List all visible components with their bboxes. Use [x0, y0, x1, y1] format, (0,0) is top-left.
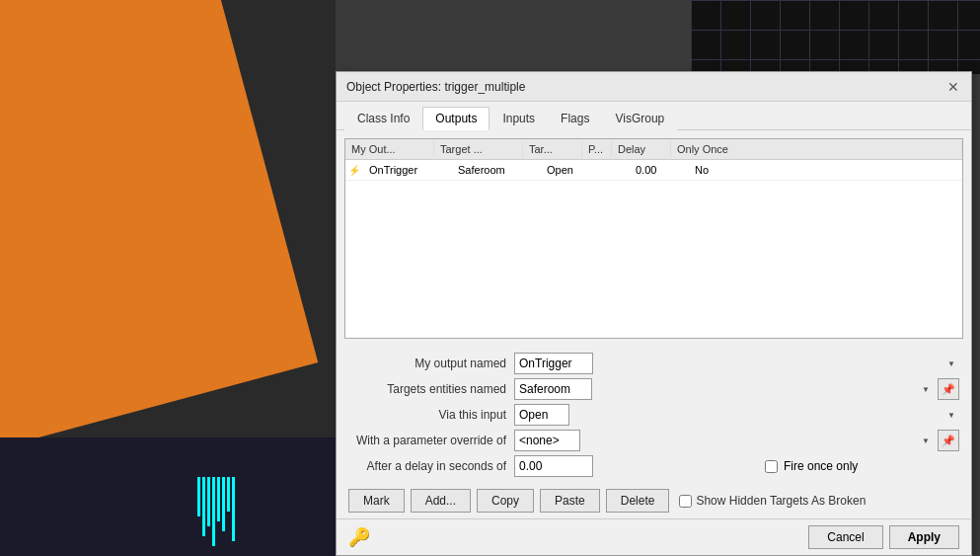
cell-tar: Open	[541, 162, 600, 178]
col-header-myout: My Out...	[345, 141, 434, 157]
select-wrapper-targets: Saferoom	[514, 378, 934, 400]
label-myoutputnamed: My output named	[348, 357, 506, 370]
viewport-bg	[0, 0, 336, 556]
control-paramoverride: <none> 📌	[514, 430, 959, 451]
form-row-myoutput: My output named OnTrigger	[348, 353, 959, 374]
cyan-bar	[207, 477, 210, 526]
label-afterdelay: After a delay in seconds of	[348, 459, 506, 473]
checkbox-showhidden[interactable]	[679, 495, 692, 508]
col-header-once: Only Once	[671, 141, 962, 157]
select-wrapper-paramoverride: <none>	[514, 430, 934, 451]
tab-flags[interactable]: Flags	[548, 107, 602, 130]
label-fireonce: Fire once only	[784, 459, 858, 473]
select-wrapper-viainput: Open	[514, 404, 959, 426]
cell-once: No	[689, 162, 962, 178]
dialog-title: Object Properties: trigger_multiple	[346, 80, 525, 94]
cell-p	[600, 168, 630, 172]
cyan-bar	[212, 477, 215, 546]
select-myoutputnamed[interactable]: OnTrigger	[514, 353, 593, 374]
action-buttons: Mark Add... Copy Paste Delete Show Hidde…	[337, 483, 971, 518]
fire-once-container: Fire once only	[765, 459, 858, 473]
viewport-orange	[0, 0, 318, 452]
label-targetsentities: Targets entities named	[348, 382, 506, 396]
control-targetsentities: Saferoom 📌	[514, 378, 959, 400]
add-button[interactable]: Add...	[411, 489, 471, 513]
viewport-bottom	[0, 437, 336, 556]
object-properties-dialog: Object Properties: trigger_multiple ✕ Cl…	[336, 71, 972, 556]
table-header: My Out... Target ... Tar... P... Delay O…	[345, 139, 962, 160]
outputs-table: My Out... Target ... Tar... P... Delay O…	[344, 138, 963, 339]
control-viainput: Open	[514, 404, 959, 426]
tab-visgroup[interactable]: VisGroup	[602, 107, 677, 130]
cyan-bar	[217, 477, 220, 521]
row-icon: ⚡	[345, 165, 363, 176]
pin-button-targets[interactable]: 📌	[938, 378, 959, 400]
cell-myout: OnTrigger	[363, 162, 452, 178]
key-icon: 🔑	[348, 526, 370, 548]
grid-overlay	[691, 0, 980, 74]
apply-button[interactable]: Apply	[889, 525, 959, 549]
checkbox-fireonce[interactable]	[765, 460, 778, 473]
cyan-bar	[227, 477, 230, 512]
cancel-button[interactable]: Cancel	[808, 525, 882, 549]
cyan-bar	[197, 477, 200, 516]
form-row-targets: Targets entities named Saferoom 📌	[348, 378, 959, 400]
select-wrapper-myoutput: OnTrigger	[514, 353, 959, 374]
dialog-footer: 🔑 Cancel Apply	[337, 518, 971, 555]
form-row-delay: After a delay in seconds of Fire once on…	[348, 455, 959, 477]
cyan-bar	[232, 477, 235, 541]
table-row[interactable]: ⚡ OnTrigger Saferoom Open 0.00 No	[345, 160, 962, 181]
control-myoutputnamed: OnTrigger	[514, 353, 959, 374]
show-hidden-label: Show Hidden Targets As Broken	[679, 494, 866, 508]
cyan-bars	[197, 477, 235, 546]
pin-button-param[interactable]: 📌	[938, 430, 959, 451]
input-delay[interactable]	[514, 455, 593, 477]
dialog-titlebar: Object Properties: trigger_multiple ✕	[337, 72, 971, 102]
dialog-close-button[interactable]: ✕	[945, 80, 961, 94]
col-header-tar: Tar...	[523, 141, 582, 157]
tabs-bar: Class Info Outputs Inputs Flags VisGroup	[337, 102, 971, 130]
show-hidden-text: Show Hidden Targets As Broken	[696, 494, 866, 508]
paste-button[interactable]: Paste	[540, 489, 600, 513]
tab-inputs[interactable]: Inputs	[490, 107, 548, 130]
cyan-bar	[222, 477, 225, 531]
label-viainput: Via this input	[348, 408, 506, 422]
form-row-viainput: Via this input Open	[348, 404, 959, 426]
cell-target: Saferoom	[452, 162, 541, 178]
delete-button[interactable]: Delete	[606, 489, 670, 513]
select-targetsentities[interactable]: Saferoom	[514, 378, 592, 400]
control-afterdelay: Fire once only	[514, 455, 959, 477]
tab-classinfo[interactable]: Class Info	[344, 107, 422, 130]
label-paramoverride: With a parameter override of	[348, 434, 506, 447]
footer-right: Cancel Apply	[808, 525, 959, 549]
col-header-delay: Delay	[612, 141, 671, 157]
col-header-target: Target ...	[434, 141, 523, 157]
col-header-p: P...	[582, 141, 612, 157]
cell-delay: 0.00	[630, 162, 689, 178]
tab-outputs[interactable]: Outputs	[422, 107, 490, 130]
copy-button[interactable]: Copy	[477, 489, 534, 513]
mark-button[interactable]: Mark	[348, 489, 405, 513]
footer-left: 🔑	[348, 526, 370, 548]
form-row-paramoverride: With a parameter override of <none> 📌	[348, 430, 959, 451]
form-area: My output named OnTrigger Targets entiti…	[337, 347, 971, 483]
viewport-topright	[691, 0, 980, 74]
select-paramoverride[interactable]: <none>	[514, 430, 580, 451]
select-viainput[interactable]: Open	[514, 404, 569, 426]
cyan-bar	[202, 477, 205, 536]
